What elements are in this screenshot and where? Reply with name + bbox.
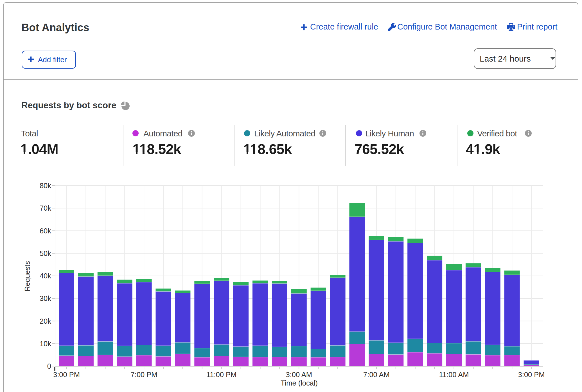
svg-text:Time (local): Time (local) — [281, 379, 318, 387]
svg-text:3:00 AM: 3:00 AM — [286, 371, 312, 379]
svg-text:70k: 70k — [40, 204, 51, 212]
svg-text:7:00 AM: 7:00 AM — [363, 371, 390, 379]
svg-text:20k: 20k — [40, 317, 51, 325]
svg-text:7:00 PM: 7:00 PM — [131, 371, 157, 379]
svg-text:Requests: Requests — [23, 261, 31, 291]
svg-text:80k: 80k — [40, 182, 51, 190]
svg-text:50k: 50k — [40, 249, 51, 257]
svg-text:60k: 60k — [40, 227, 51, 235]
svg-text:11:00 PM: 11:00 PM — [206, 371, 236, 379]
svg-text:11:00 AM: 11:00 AM — [439, 371, 469, 379]
svg-text:3:00 PM: 3:00 PM — [518, 371, 545, 379]
svg-text:0: 0 — [47, 362, 51, 370]
svg-text:40k: 40k — [40, 272, 51, 280]
svg-text:10k: 10k — [40, 340, 51, 348]
svg-text:30k: 30k — [40, 294, 51, 302]
svg-text:3:00 PM: 3:00 PM — [53, 371, 80, 379]
